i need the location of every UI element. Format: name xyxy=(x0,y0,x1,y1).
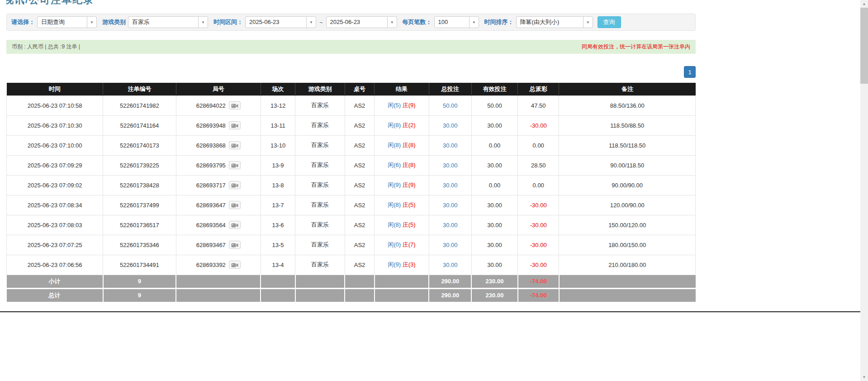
scrollbar-down-arrow-icon[interactable]: ▼ xyxy=(860,373,868,381)
date-to-input[interactable]: 2025-06-23 ▼ xyxy=(326,16,397,28)
cell-total-bet: 30.00 xyxy=(429,115,471,135)
cell-game-type: 百家乐 xyxy=(295,115,345,135)
scrollbar-up-arrow-icon[interactable]: ▲ xyxy=(860,0,868,8)
cell-round: 628693564 xyxy=(176,215,261,235)
cell-valid-bet: 30.00 xyxy=(471,195,517,215)
total-bet-link[interactable]: 30.00 xyxy=(443,122,458,129)
video-camera-icon xyxy=(231,223,238,228)
cell-time: 2025-06-23 07:10:30 xyxy=(7,115,103,135)
video-replay-button[interactable] xyxy=(229,101,241,110)
vertical-scrollbar[interactable]: ▲ ▼ xyxy=(860,0,868,381)
query-type-select[interactable]: 日期查询 ▼ xyxy=(37,16,97,28)
table-row: 2025-06-23 07:09:02522601738428628693717… xyxy=(7,175,696,195)
cell-result: 闲(5) 庄(9) xyxy=(375,95,429,115)
video-replay-button[interactable] xyxy=(229,181,241,189)
cell-round: 628694022 xyxy=(176,95,261,115)
cell-total-bet: 30.00 xyxy=(429,135,471,155)
cell-payout: -30.00 xyxy=(518,195,559,215)
page-size-label: 每页笔数： xyxy=(403,18,432,26)
query-type-value: 日期查询 xyxy=(37,16,87,28)
sort-order-label: 时间排序： xyxy=(484,18,514,26)
result-banker: 庄(2) xyxy=(403,122,416,129)
chevron-down-icon[interactable]: ▼ xyxy=(87,16,97,28)
video-replay-button[interactable] xyxy=(229,201,241,209)
chevron-down-icon[interactable]: ▼ xyxy=(306,16,316,28)
cell-result: 闲(9) 庄(3) xyxy=(375,255,429,275)
column-header-round: 局号 xyxy=(176,83,261,95)
video-camera-icon xyxy=(231,183,238,188)
cell-game-type: 百家乐 xyxy=(295,175,345,195)
game-type-select[interactable]: 百家乐 ▼ xyxy=(128,16,208,28)
cell-table-no: AS2 xyxy=(345,95,374,115)
cell-session: 13-9 xyxy=(261,155,295,175)
cell-session: 13-11 xyxy=(261,115,295,135)
total-bet-link[interactable]: 30.00 xyxy=(443,142,458,149)
total-bet-link[interactable]: 30.00 xyxy=(443,162,458,169)
video-replay-button[interactable] xyxy=(229,241,241,249)
video-replay-button[interactable] xyxy=(229,161,241,169)
cell-bet-id: 522601734491 xyxy=(103,255,176,275)
date-range-separator: ~ xyxy=(319,19,323,26)
result-banker: 庄(8) xyxy=(403,142,416,148)
column-header-result: 结果 xyxy=(375,83,429,95)
cell-total-bet: 30.00 xyxy=(429,255,471,275)
video-camera-icon xyxy=(231,163,238,168)
total-bet-link[interactable]: 30.00 xyxy=(443,242,458,248)
cell-valid-bet: 30.00 xyxy=(471,115,517,135)
date-from-input[interactable]: 2025-06-23 ▼ xyxy=(245,16,316,28)
video-replay-button[interactable] xyxy=(229,121,241,129)
scrollbar-thumb[interactable] xyxy=(860,8,868,84)
cell-note: 150.00/120.00 xyxy=(559,215,696,235)
cell-total-bet: 50.00 xyxy=(429,95,471,115)
video-camera-icon xyxy=(231,123,238,129)
chevron-down-icon[interactable]: ▼ xyxy=(387,16,397,28)
cell-payout: -30.00 xyxy=(518,255,559,275)
sort-order-select[interactable]: 降冪(由大到小) ▼ xyxy=(516,16,593,28)
result-player: 闲(0) xyxy=(388,241,401,248)
total-bet-link[interactable]: 30.00 xyxy=(443,262,458,268)
video-replay-button[interactable] xyxy=(229,261,241,269)
cell-payout: 28.50 xyxy=(518,155,559,175)
column-header-session: 场次 xyxy=(261,83,295,95)
footer-label: 小计 xyxy=(7,275,103,288)
total-bet-link[interactable]: 50.00 xyxy=(443,102,458,109)
footer-total-bet: 290.00 xyxy=(429,275,471,288)
table-row: 2025-06-23 07:09:29522601739225628693795… xyxy=(7,155,696,175)
page-1-button[interactable]: 1 xyxy=(684,66,696,78)
cell-bet-id: 522601739225 xyxy=(103,155,176,175)
video-replay-button[interactable] xyxy=(229,221,241,229)
query-button[interactable]: 查询 xyxy=(598,16,621,28)
filter-bar: 请选择： 日期查询 ▼ 游戏类别 百家乐 ▼ 时间区间： 2025-06-23 … xyxy=(6,14,696,31)
result-banker: 庄(3) xyxy=(403,261,416,268)
cell-valid-bet: 30.00 xyxy=(471,215,517,235)
cell-note: 118.50/88.50 xyxy=(559,115,696,135)
total-bet-link[interactable]: 30.00 xyxy=(443,182,458,189)
cell-valid-bet: 30.00 xyxy=(471,255,517,275)
column-header-note: 备注 xyxy=(559,83,696,95)
cell-game-type: 百家乐 xyxy=(295,195,345,215)
total-bet-link[interactable]: 30.00 xyxy=(443,202,458,209)
chevron-down-icon[interactable]: ▼ xyxy=(198,16,208,28)
cell-payout: 47.50 xyxy=(518,95,559,115)
total-bet-link[interactable]: 30.00 xyxy=(443,222,458,229)
cell-table-no: AS2 xyxy=(345,175,374,195)
cell-time: 2025-06-23 07:10:00 xyxy=(7,135,103,155)
video-camera-icon xyxy=(231,103,238,109)
result-banker: 庄(5) xyxy=(403,201,416,208)
video-replay-button[interactable] xyxy=(229,141,241,149)
cell-result: 闲(8) 庄(5) xyxy=(375,215,429,235)
column-header-valid-bet: 有效投注 xyxy=(471,83,517,95)
cell-game-type: 百家乐 xyxy=(295,155,345,175)
column-header-game-type: 游戏类别 xyxy=(295,83,345,95)
chevron-down-icon[interactable]: ▼ xyxy=(583,16,593,28)
cell-bet-id: 522601735346 xyxy=(103,235,176,255)
result-banker: 庄(7) xyxy=(403,241,416,248)
cell-payout: -30.00 xyxy=(518,235,559,255)
footer-total-bet: 290.00 xyxy=(429,288,471,302)
date-range-label: 时间区间： xyxy=(213,18,243,26)
footer-valid-bet: 230.00 xyxy=(471,288,517,302)
chevron-down-icon[interactable]: ▼ xyxy=(469,16,479,28)
page-size-select[interactable]: 100 ▼ xyxy=(434,16,479,28)
cell-total-bet: 30.00 xyxy=(429,155,471,175)
footer-label: 总计 xyxy=(7,288,103,302)
